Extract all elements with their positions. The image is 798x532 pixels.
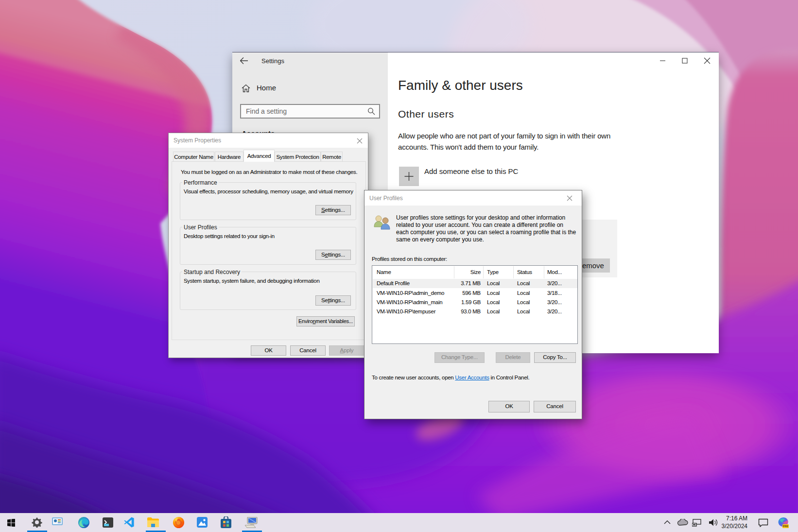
svg-text:PRE: PRE (783, 525, 789, 528)
